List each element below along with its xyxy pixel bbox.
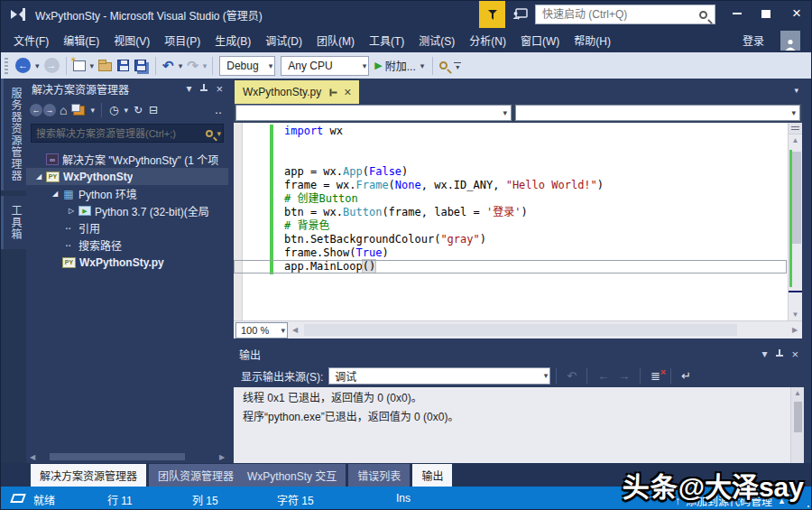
menu-item-1[interactable]: 编辑(E): [56, 29, 106, 51]
panel-tab-0[interactable]: 解决方案资源管理器: [31, 464, 146, 487]
solution-platform-select[interactable]: Any CPU ▾: [281, 56, 369, 76]
pending-changes-filter-button[interactable]: ◷: [106, 104, 121, 116]
toolbar-overflow-button[interactable]: ‥: [212, 104, 225, 116]
quick-launch-box[interactable]: [535, 5, 715, 24]
find-message-button[interactable]: ↶: [562, 369, 581, 383]
tree-item[interactable]: PYWxPythonSty.py: [26, 254, 228, 271]
output-title-bar[interactable]: 输出 ▾ ×: [234, 344, 804, 364]
code-line-2[interactable]: [234, 138, 787, 152]
toolbar-overflow-button[interactable]: ▾: [450, 62, 465, 70]
save-button[interactable]: [115, 55, 132, 77]
refresh-button[interactable]: ↻: [131, 104, 145, 116]
menu-item-5[interactable]: 调试(D): [258, 29, 309, 51]
forward-button[interactable]: →: [43, 104, 56, 116]
code-line-5[interactable]: frame = wx.Frame(None, wx.ID_ANY, "Hello…: [234, 179, 787, 192]
scroll-thumb[interactable]: [794, 402, 802, 432]
start-debug-button[interactable]: ▶ 附加... ▾: [372, 55, 429, 77]
new-dropdown-caret-icon[interactable]: ▾: [88, 61, 97, 70]
scroll-right-icon[interactable]: ▶: [788, 326, 802, 334]
toolbar-grip[interactable]: [5, 58, 8, 74]
resize-grip[interactable]: [807, 505, 809, 507]
close-button[interactable]: ×: [782, 1, 811, 26]
solution-search-box[interactable]: ▾: [31, 124, 224, 143]
back-dropdown-caret-icon[interactable]: ▾: [33, 61, 42, 70]
collapse-all-button[interactable]: ⊟: [146, 104, 161, 116]
code-line-6[interactable]: # 创建Button: [234, 192, 787, 206]
code-line-4[interactable]: app = wx.App(False): [234, 165, 787, 179]
maximize-button[interactable]: [752, 1, 780, 26]
output-tab-0[interactable]: WxPythonSty 交互: [238, 464, 346, 487]
undo-dropdown-caret-icon[interactable]: ▾: [177, 61, 185, 70]
navigation-types-select[interactable]: ▾: [235, 105, 512, 121]
pin-icon[interactable]: [199, 84, 208, 93]
navigate-forward-button[interactable]: →: [42, 55, 62, 77]
tab-list-caret-icon[interactable]: ▾: [794, 86, 798, 95]
scroll-track[interactable]: [39, 452, 216, 461]
menu-item-10[interactable]: 窗口(W): [513, 29, 567, 51]
output-scrollbar[interactable]: ▲: [790, 387, 804, 463]
output-source-select[interactable]: 调试 ▾: [328, 367, 550, 385]
editor-vertical-scrollbar[interactable]: ▲ ▼: [788, 123, 802, 320]
menu-item-4[interactable]: 生成(B): [208, 29, 258, 51]
tree-item[interactable]: ∞解决方案 "WxPythonSty" (1 个项: [26, 151, 228, 168]
chevron-down-icon[interactable]: ▾: [215, 129, 223, 138]
document-tab-wxpythonsty[interactable]: WxPythonSty.py ×: [235, 80, 359, 104]
tree-item[interactable]: ▪▪引用: [26, 219, 228, 236]
feedback-button[interactable]: [509, 4, 531, 25]
scroll-left-icon[interactable]: ◀: [26, 453, 39, 461]
scroll-down-icon[interactable]: ▼: [789, 309, 802, 320]
output-content[interactable]: 线程 0x1 已退出，返回值为 0 (0x0)。程序“python.exe”已退…: [234, 387, 804, 463]
solution-explorer-title-bar[interactable]: 解决方案资源管理器 ▾ ×: [26, 79, 228, 98]
home-button[interactable]: ⌂: [57, 103, 69, 117]
notifications-flag-button[interactable]: [479, 1, 505, 28]
scroll-left-icon[interactable]: ◀: [288, 326, 302, 334]
navigation-members-select[interactable]: ▾: [515, 105, 800, 121]
split-window-handle[interactable]: [789, 123, 802, 134]
new-project-button[interactable]: [70, 55, 88, 77]
close-icon[interactable]: ×: [791, 348, 798, 361]
back-button[interactable]: ←: [30, 104, 42, 116]
tree-item[interactable]: ▪▪搜索路径: [26, 236, 228, 254]
expander-expanded-icon[interactable]: ◢: [32, 172, 46, 181]
code-editor[interactable]: import wxapp = wx.App(False)frame = wx.F…: [234, 123, 802, 320]
redo-dropdown-caret-icon[interactable]: ▾: [201, 61, 209, 70]
navigate-backward-button[interactable]: ←: [13, 55, 33, 77]
close-icon[interactable]: ×: [344, 85, 351, 99]
editor-zoom-select[interactable]: 100 % ▾: [235, 322, 288, 338]
scroll-thumb[interactable]: [50, 453, 185, 460]
menu-item-3[interactable]: 项目(P): [157, 29, 208, 51]
close-icon[interactable]: ×: [216, 82, 223, 96]
sign-in-button[interactable]: 登录: [735, 29, 771, 51]
menu-item-6[interactable]: 团队(M): [309, 29, 362, 51]
undo-button[interactable]: ↶: [160, 55, 177, 77]
scroll-thumb[interactable]: [304, 324, 737, 336]
open-file-button[interactable]: [96, 55, 115, 77]
code-line-11[interactable]: app.MainLoop(): [234, 260, 787, 274]
tree-item[interactable]: ◢PYWxPythonSty: [26, 168, 228, 185]
scroll-right-icon[interactable]: ▶: [216, 453, 228, 461]
menu-item-11[interactable]: 帮助(H): [567, 29, 618, 51]
scroll-up-icon[interactable]: ▲: [789, 134, 802, 146]
window-menu-caret-icon[interactable]: ▾: [186, 82, 191, 95]
scroll-thumb[interactable]: [792, 152, 801, 244]
expander-collapsed-icon[interactable]: ▷: [64, 207, 78, 215]
scroll-track[interactable]: [302, 321, 788, 338]
code-line-9[interactable]: btn.SetBackgroundColour("gray"): [234, 233, 787, 246]
window-menu-caret-icon[interactable]: ▾: [761, 348, 767, 360]
sync-with-active-document-button[interactable]: [70, 99, 88, 121]
menu-item-7[interactable]: 工具(T): [362, 29, 411, 51]
menu-item-9[interactable]: 分析(N): [462, 29, 513, 51]
code-line-10[interactable]: frame.Show(True): [234, 246, 787, 260]
pin-icon[interactable]: [328, 88, 337, 97]
save-all-button[interactable]: [132, 55, 152, 77]
minimize-button[interactable]: [723, 1, 752, 26]
user-avatar-button[interactable]: [780, 31, 800, 51]
chevron-down-icon[interactable]: ▾: [122, 106, 130, 115]
code-line-8[interactable]: # 背景色: [234, 219, 787, 233]
scroll-up-icon[interactable]: ▲: [791, 387, 804, 400]
tree-item[interactable]: ▷▶Python 3.7 (32-bit)(全局: [26, 202, 228, 219]
pin-icon[interactable]: [775, 349, 783, 358]
solution-horizontal-scrollbar[interactable]: ◀ ▶: [26, 450, 228, 463]
expander-expanded-icon[interactable]: ◢: [48, 190, 62, 198]
quick-launch-input[interactable]: [536, 8, 699, 21]
